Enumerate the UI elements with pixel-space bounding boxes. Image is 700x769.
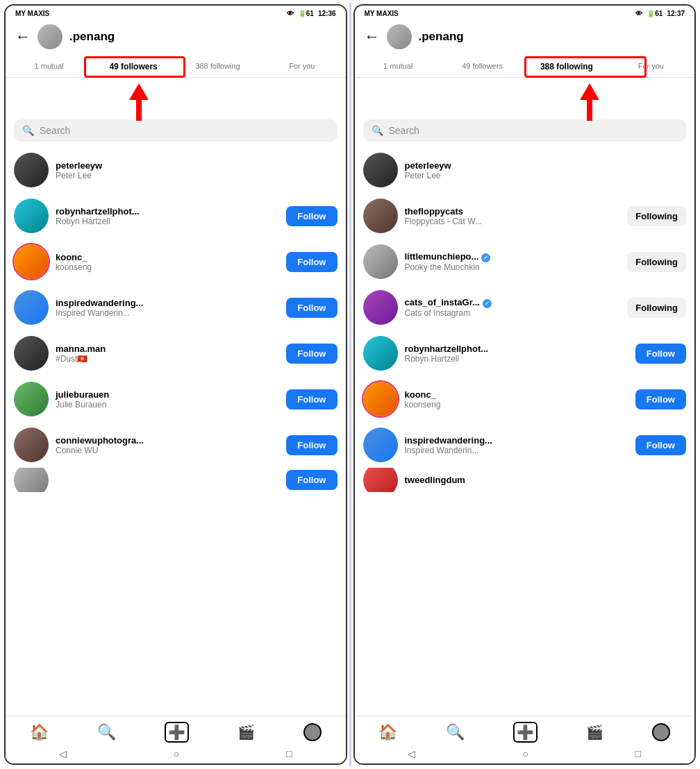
avatar-inspired-left[interactable] [14, 290, 49, 325]
user-item-koonc-right: koonc_ koonseng Follow [355, 376, 695, 422]
profile-username-left: .penang [69, 30, 115, 44]
tab-foryou-left[interactable]: For you [260, 55, 344, 77]
follow-button-connie-left[interactable]: Follow [286, 435, 337, 455]
user-list-right: peterleeyw Peter Lee thefloppycats Flopp… [355, 147, 695, 716]
username-inspired-left: inspiredwandering... [56, 298, 279, 308]
avatar-partial-left [14, 468, 49, 492]
fullname-connie-left: Connie WU [56, 446, 279, 455]
bottom-nav-right: 🏠 🔍 ➕ 🎬 [355, 716, 695, 745]
search-bar-right[interactable]: 🔍 Search [363, 119, 687, 142]
tab-followers-left[interactable]: 49 followers [91, 55, 175, 77]
tabs-container-left: 1 mutual 49 followers 388 following For … [6, 55, 346, 78]
avatar-julie-left[interactable] [14, 382, 49, 416]
fullname-robyn-right: Robyn Hartzell [405, 354, 628, 364]
avatar-koonc-right[interactable] [363, 382, 398, 416]
status-time-left: 12:36 [318, 10, 336, 17]
tab-mutual-left[interactable]: 1 mutual [7, 55, 91, 77]
follow-button-julie-left[interactable]: Follow [286, 389, 337, 409]
username-koonc-left: koonc_ [56, 252, 279, 262]
username-peterleeyw-right: peterleeyw [405, 160, 687, 171]
avatar-peterleeyw-right[interactable] [363, 153, 398, 187]
user-item-floppycats-right: thefloppycats Floppycats - Cat W... Foll… [355, 193, 695, 239]
follow-button-partial-left[interactable]: Follow [286, 470, 337, 490]
nav-search-right[interactable]: 🔍 [446, 723, 465, 741]
nav-back-left[interactable]: ◁ [59, 748, 67, 759]
fullname-munchkin-right: Pooky the Munchkin [405, 262, 621, 272]
username-robyn-right: robynhartzellphot... [405, 344, 628, 354]
username-connie-left: conniewuphotogra... [56, 435, 279, 446]
nav-recent-right[interactable]: □ [635, 748, 641, 759]
avatar-robyn-left[interactable] [14, 198, 49, 233]
follow-button-robyn-right[interactable]: Follow [635, 344, 686, 364]
avatar-robyn-right[interactable] [363, 336, 398, 371]
nav-profile-left[interactable] [303, 723, 322, 741]
follow-button-inspired-right[interactable]: Follow [635, 435, 686, 455]
username-robyn-left: robynhartzellphot... [56, 206, 279, 217]
user-item-inspired-left: inspiredwandering... Inspired Wanderin..… [6, 285, 346, 330]
follow-button-robyn-left[interactable]: Follow [286, 206, 337, 226]
tab-mutual-right[interactable]: 1 mutual [356, 55, 440, 77]
follow-button-manna-left[interactable]: Follow [286, 344, 337, 364]
fullname-floppycats-right: Floppycats - Cat W... [405, 217, 621, 226]
user-item-robyn-left: robynhartzellphot... Robyn Hartzell Foll… [6, 193, 346, 239]
nav-add-left[interactable]: ➕ [165, 722, 189, 743]
following-button-munchkin-right[interactable]: Following [627, 252, 686, 272]
status-carrier-right: MY MAXIS [365, 10, 399, 17]
following-button-catsinsta-right[interactable]: Following [627, 298, 686, 318]
avatar-munchkin-right[interactable] [363, 244, 398, 279]
avatar-connie-left[interactable] [14, 428, 49, 462]
search-placeholder-right: Search [389, 125, 419, 136]
nav-home-android-right[interactable]: ○ [522, 748, 528, 759]
status-battery-left: 🔋61 [298, 10, 314, 17]
follow-button-koonc-left[interactable]: Follow [286, 252, 337, 272]
search-icon-right: 🔍 [372, 125, 383, 136]
search-bar-left[interactable]: 🔍 Search [14, 119, 338, 142]
user-item-peterleeyw-left: peterleeyw Peter Lee [6, 147, 346, 193]
fullname-catsinsta-right: Cats of Instagram [405, 308, 621, 318]
nav-home-left[interactable]: 🏠 [30, 723, 49, 741]
user-item-koonc-left: koonc_ koonseng Follow [6, 239, 346, 285]
red-arrow-left [6, 78, 346, 119]
back-button-right[interactable]: ← [365, 28, 380, 46]
nav-search-left[interactable]: 🔍 [97, 723, 116, 741]
nav-reels-right[interactable]: 🎬 [586, 724, 603, 741]
user-item-tweedling-right: tweedlingdum [355, 468, 695, 492]
avatar-inspired-right[interactable] [363, 428, 398, 462]
user-item-connie-left: conniewuphotogra... Connie WU Follow [6, 422, 346, 468]
panel-left-header: ← .penang [6, 19, 346, 55]
nav-back-right[interactable]: ◁ [408, 748, 415, 759]
status-eye-left: 👁 [287, 10, 294, 17]
nav-recent-left[interactable]: □ [286, 748, 292, 759]
search-icon-left: 🔍 [22, 125, 34, 136]
username-manna-left: manna.man [56, 344, 279, 354]
back-button-left[interactable]: ← [15, 28, 31, 46]
nav-home-right[interactable]: 🏠 [378, 723, 397, 741]
user-item-robyn-right: robynhartzellphot... Robyn Hartzell Foll… [355, 330, 695, 376]
status-carrier-left: MY MAXIS [15, 10, 49, 17]
tab-following-left[interactable]: 388 following [176, 55, 260, 77]
user-item-partial-left: Follow [6, 468, 346, 492]
user-item-julie-left: julieburauen Julie Burauen Follow [6, 376, 346, 422]
tab-followers-right[interactable]: 49 followers [440, 55, 524, 77]
nav-profile-right[interactable] [652, 723, 670, 741]
user-item-catsinsta-right: cats_of_instaGr... ✓ Cats of Instagram F… [355, 285, 695, 330]
search-placeholder-left: Search [40, 125, 70, 136]
nav-reels-left[interactable]: 🎬 [238, 724, 255, 741]
avatar-koonc-left[interactable] [14, 244, 49, 279]
nav-add-right[interactable]: ➕ [513, 722, 538, 743]
tab-foryou-right[interactable]: For you [609, 55, 693, 77]
nav-home-android-left[interactable]: ○ [174, 748, 179, 759]
avatar-catsinsta-right[interactable] [363, 290, 398, 325]
bottom-nav-left: 🏠 🔍 ➕ 🎬 [6, 716, 346, 745]
username-floppycats-right: thefloppycats [405, 206, 621, 217]
avatar-peterleeyw-left[interactable] [14, 153, 49, 187]
tab-following-right[interactable]: 388 following [524, 55, 608, 77]
avatar-manna-left[interactable] [14, 336, 49, 371]
follow-button-inspired-left[interactable]: Follow [286, 298, 337, 318]
status-eye-right: 👁 [635, 10, 642, 17]
following-button-floppycats-right[interactable]: Following [627, 206, 686, 226]
avatar-floppycats-right[interactable] [363, 198, 398, 233]
follow-button-koonc-right[interactable]: Follow [635, 389, 686, 409]
profile-avatar-left [38, 24, 62, 49]
username-koonc-right: koonc_ [405, 389, 628, 400]
